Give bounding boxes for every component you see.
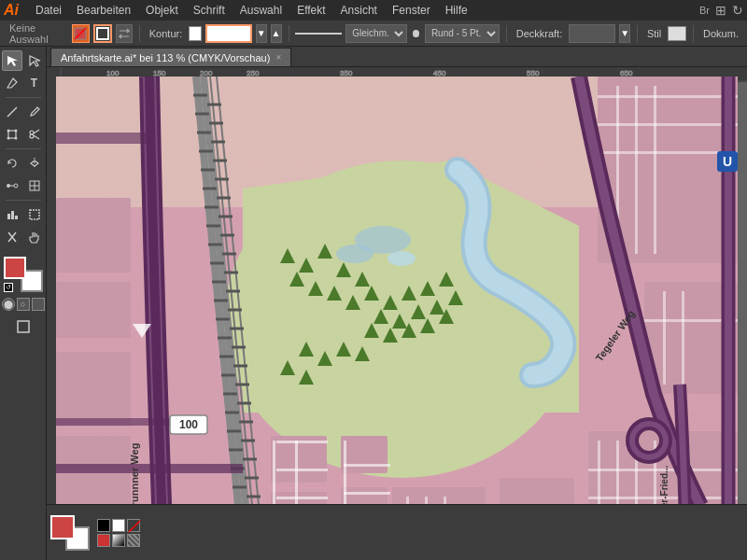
line-tool[interactable] — [2, 102, 22, 122]
swatch-none[interactable] — [127, 519, 140, 532]
tool-row-7 — [2, 204, 45, 225]
transform-tool[interactable] — [2, 124, 22, 145]
stroke-color-btn[interactable] — [93, 24, 112, 43]
swatch-row-2 — [97, 534, 140, 547]
app-logo: Ai — [4, 2, 19, 19]
opacity-input[interactable]: 100% — [569, 24, 615, 43]
fg-color-swatch[interactable] — [4, 257, 26, 279]
svg-point-11 — [30, 134, 34, 138]
sep4 — [637, 25, 638, 42]
style-label: Stil — [644, 28, 664, 39]
svg-line-4 — [7, 107, 17, 117]
menu-auswahl[interactable]: Auswahl — [233, 2, 289, 19]
swatch-gradient[interactable] — [112, 534, 125, 547]
line-type-area — [295, 32, 342, 35]
menu-schrift[interactable]: Schrift — [186, 2, 233, 19]
svg-point-9 — [14, 137, 17, 140]
line-type-select[interactable]: Gleichm. — [345, 24, 407, 43]
canvas-area[interactable]: 100 150 200 250 350 450 550 650 — [47, 67, 747, 504]
pen-tool[interactable] — [2, 73, 22, 93]
scissors-tool[interactable] — [24, 124, 45, 145]
artboard-tool[interactable] — [24, 204, 45, 225]
panel-color-area — [50, 515, 90, 551]
screen-mode-area — [13, 316, 34, 337]
tool-row-5 — [2, 153, 45, 174]
direct-select-tool[interactable] — [24, 50, 45, 71]
swatch-black[interactable] — [97, 519, 110, 532]
stroke-increase-btn[interactable]: ▲ — [271, 24, 282, 43]
svg-rect-155 — [344, 464, 390, 467]
reflect-tool[interactable] — [24, 153, 45, 174]
menu-ansicht[interactable]: Ansicht — [333, 2, 385, 19]
cap-type-select[interactable]: Rund - 5 Pt. — [425, 24, 500, 43]
stroke-color-swatch[interactable] — [189, 26, 201, 41]
eyedropper-tool[interactable] — [24, 102, 45, 122]
menu-fenster[interactable]: Fenster — [385, 2, 438, 19]
reset-colors-btn[interactable]: ↺ — [4, 283, 13, 292]
svg-rect-148 — [341, 487, 388, 504]
hand-tool[interactable] — [24, 227, 45, 247]
swatch-white[interactable] — [112, 519, 125, 532]
svg-rect-25 — [18, 321, 29, 332]
grid-icon[interactable]: ⊞ — [715, 3, 726, 18]
opacity-decrease-btn[interactable]: ▼ — [619, 24, 630, 43]
stroke-width-input[interactable]: 5 pt — [205, 24, 252, 43]
right-icons: Br ⊞ ↻ — [699, 3, 743, 18]
screen-mode-btn[interactable] — [13, 316, 34, 337]
tab-bar: Anfahrtskarte.ai* bei 113 % (CMYK/Vorsch… — [47, 47, 747, 67]
svg-rect-165 — [663, 291, 666, 385]
menu-bar: Ai Datei Bearbeiten Objekt Schrift Auswa… — [0, 0, 747, 21]
menu-datei[interactable]: Datei — [28, 2, 69, 19]
draw-mode-area: ⬤ ○ — [2, 298, 45, 311]
menu-effekt[interactable]: Effekt — [289, 2, 332, 19]
options-bar: Keine Auswahl Kontur: 5 pt ▼ ▲ Gleichm. … — [0, 21, 747, 47]
svg-rect-170 — [616, 441, 619, 504]
svg-rect-159 — [635, 86, 638, 254]
tool-row-1 — [2, 50, 45, 71]
draw-normal-btn[interactable]: ⬤ — [2, 298, 15, 311]
svg-point-54 — [336, 245, 374, 263]
draw-behind-btn[interactable] — [32, 298, 45, 311]
svg-text:Kaiser-Fried...: Kaiser-Fried... — [659, 465, 669, 504]
select-tool[interactable] — [2, 50, 22, 71]
menu-objekt[interactable]: Objekt — [138, 2, 186, 19]
sync-icon[interactable]: ↻ — [732, 3, 743, 18]
svg-point-55 — [388, 251, 416, 266]
svg-rect-21 — [7, 214, 10, 219]
tab-close-btn[interactable]: × — [275, 52, 281, 63]
stroke-decrease-btn[interactable]: ▼ — [256, 24, 267, 43]
svg-rect-147 — [341, 436, 388, 473]
swap-colors-btn[interactable] — [116, 24, 133, 43]
toolbox: T — [0, 47, 47, 560]
map-canvas: 100 Fürstenbrunnner Weg Tegeler Weg Span… — [56, 77, 738, 504]
bridge-icon[interactable]: Br — [699, 5, 710, 16]
doc-area: Anfahrtskarte.ai* bei 113 % (CMYK/Vorsch… — [47, 47, 747, 560]
graph-tool[interactable] — [2, 204, 22, 225]
mesh-tool[interactable] — [24, 175, 45, 196]
svg-line-203 — [129, 521, 140, 532]
swatch-pattern[interactable] — [127, 534, 140, 547]
tab-title: Anfahrtskarte.ai* bei 113 % (CMYK/Vorsch… — [61, 52, 270, 63]
text-tool[interactable]: T — [24, 73, 45, 93]
doc-tab-main[interactable]: Anfahrtskarte.ai* bei 113 % (CMYK/Vorsch… — [50, 48, 291, 66]
svg-rect-149 — [273, 441, 275, 504]
menu-hilfe[interactable]: Hilfe — [438, 2, 475, 19]
kontur-label: Kontur: — [147, 28, 185, 39]
svg-rect-163 — [598, 151, 738, 154]
svg-rect-160 — [654, 86, 656, 254]
svg-line-12 — [34, 130, 39, 133]
swatch-red[interactable] — [97, 534, 110, 547]
rotate-tool[interactable] — [2, 153, 22, 174]
document-label: Dokum. — [700, 28, 741, 39]
panel-fg-swatch[interactable] — [50, 515, 75, 539]
fill-color-btn[interactable] — [72, 24, 89, 43]
menu-bearbeiten[interactable]: Bearbeiten — [69, 2, 138, 19]
sep2 — [289, 25, 289, 42]
style-swatch[interactable] — [668, 26, 686, 41]
slice-tool[interactable] — [2, 227, 22, 247]
draw-inside-btn[interactable]: ○ — [17, 298, 30, 311]
blend-tool[interactable] — [2, 175, 22, 196]
svg-rect-162 — [598, 123, 738, 126]
svg-rect-178 — [425, 497, 428, 504]
tool-row-3 — [2, 102, 45, 122]
